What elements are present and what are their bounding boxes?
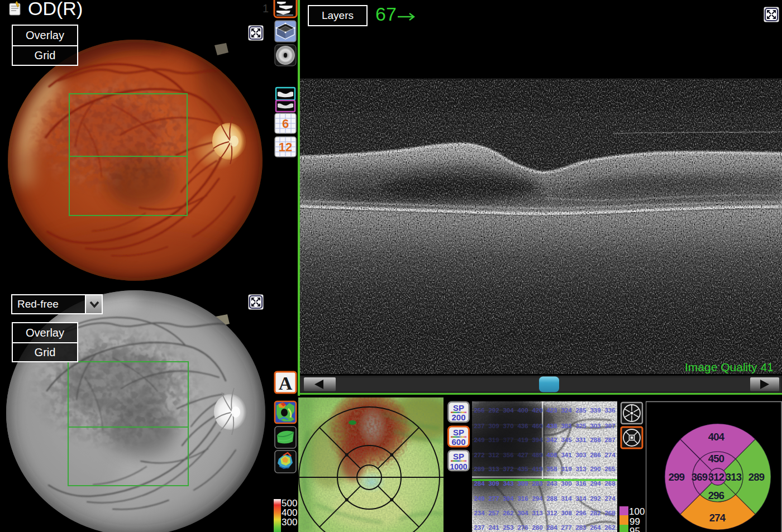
svg-text:300: 300	[282, 517, 297, 528]
svg-text:404: 404	[708, 431, 725, 443]
svg-text:313: 313	[726, 471, 742, 483]
svg-text:100: 100	[629, 506, 645, 517]
svg-text:SP: SP	[453, 452, 464, 461]
svg-text:450: 450	[708, 453, 724, 464]
svg-text:289: 289	[748, 471, 765, 483]
svg-text:SP: SP	[453, 428, 464, 437]
svg-text:12: 12	[279, 140, 292, 154]
svg-text:369: 369	[692, 471, 708, 483]
svg-text:SP: SP	[453, 403, 464, 413]
svg-text:312: 312	[708, 471, 724, 483]
svg-text:6: 6	[282, 117, 289, 131]
svg-text:1000: 1000	[450, 462, 467, 471]
svg-text:95: 95	[630, 526, 640, 532]
svg-text:296: 296	[708, 490, 724, 501]
svg-text:299: 299	[669, 471, 685, 483]
svg-text:200: 200	[451, 413, 465, 422]
svg-text:A: A	[279, 373, 293, 394]
svg-text:600: 600	[451, 437, 465, 447]
svg-text:274: 274	[709, 512, 726, 524]
